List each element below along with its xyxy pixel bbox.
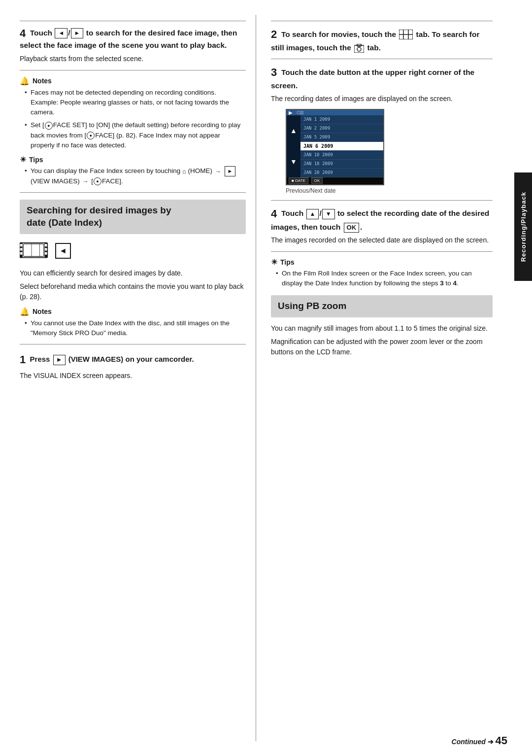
date-nav-left: ▲ ▼ [287,115,300,177]
footer-arrow: ➔ [488,738,496,746]
date-index-section-header: Searching for desired images bydate (Dat… [20,200,246,234]
press-step-desc: The VISUAL INDEX screen appears. [20,371,246,381]
tip-item-right-1: On the Film Roll Index screen or the Fac… [276,269,493,289]
tips-label-1: Tips [29,156,43,164]
notes-header-1: 🔔 Notes [20,76,246,86]
date-nav-up[interactable]: ▲ [290,127,297,135]
date-row-1[interactable]: JAN 1 2009 [300,115,383,124]
svg-point-18 [357,47,361,51]
step4-right-desc: The images recorded on the selected date… [271,235,493,245]
continued-label: Continued [452,738,486,746]
side-tab-label: Recording/Playback [520,192,527,262]
ok-box[interactable]: OK [344,223,360,233]
date-ok-btn[interactable]: OK [311,177,323,184]
date-screen-mockup: ▶ C▤ ▲ ▼ JAN 1 2009 JAN 2 2009 [286,109,384,185]
right-divider-4 [271,251,493,252]
tips-section-1: ☀ Tips You can display the Face Index sc… [20,155,246,186]
notes-icon-1: 🔔 [20,76,30,86]
step3-right: 3 Touch the date button at the upper rig… [271,65,493,194]
svg-rect-8 [45,252,47,254]
svg-rect-3 [20,243,23,246]
footer: Continued ➔ 45 [452,734,507,747]
right-divider-3 [271,200,493,201]
topbar-label: C▤ [297,110,304,115]
nav-down-btn[interactable]: ▼ [322,209,335,219]
notes-icon-2: 🔔 [20,307,30,316]
step4-face-title: 4 Touch ◄/► to search for the desired fa… [20,27,246,51]
step4-right-title: 4 Touch ▲/▼ to select the recording date… [271,206,493,233]
nav-right-btn[interactable]: ► [71,28,84,38]
step3-desc: The recording dates of images are displa… [271,94,493,104]
date-row-2[interactable]: JAN 2 2009 [300,124,383,133]
press-step-title: 1 Press ► (VIEW IMAGES) on your camcorde… [20,352,246,368]
still-tab-icon [354,44,364,53]
date-row-3[interactable]: JAN 5 2009 [300,133,383,142]
note-item-3: You cannot use the Date Index with the d… [25,318,246,339]
step2-title: 2 To search for movies, touch the tab. T… [271,27,493,53]
tips-icon-1: ☀ [20,155,26,164]
divider-3 [20,192,246,193]
step4-face-desc: Playback starts from the selected scene. [20,54,246,64]
date-index-desc2: Select beforehand media which contains t… [20,281,246,302]
pb-zoom-section: Using PB zoom You can magnify still imag… [271,295,493,357]
svg-rect-0 [20,242,47,257]
date-index-icons: ◄ [20,240,246,262]
tips-label-right: Tips [280,258,295,266]
play-icon: ► [225,166,236,176]
tips-header-1: ☀ Tips [20,155,246,164]
date-screen-bottom: ■ DATE OK [287,177,383,184]
pb-zoom-header: Using PB zoom [271,295,493,317]
face-set-icon: ● [45,122,53,130]
right-top-divider [271,21,493,21]
topbar-icon-1: ▶ [289,110,293,115]
pb-zoom-desc2: Magnification can be adjusted with the p… [271,337,493,357]
svg-rect-6 [45,243,47,246]
date-nav-down[interactable]: ▼ [290,158,297,166]
nav-left-btn[interactable]: ◄ [55,28,67,38]
tips-list-1: You can display the Face Index screen by… [20,166,246,186]
divider-2 [20,70,246,70]
arrow-right-1: → [215,167,221,176]
step4-right: 4 Touch ▲/▼ to select the recording date… [271,206,493,245]
notes-section-2: 🔔 Notes You cannot use the Date Index wi… [20,307,246,339]
notes-list-1: Faces may not be detected depending on r… [20,88,246,151]
pb-zoom-desc1: You can magnify still images from about … [271,323,493,334]
right-column: 2 To search for movies, touch the tab. T… [256,15,493,741]
prev-next-label: Previous/Next date [286,187,493,194]
tips-icon-right: ☀ [271,258,277,267]
view-images-btn[interactable]: ► [53,355,66,365]
film-roll-icon [20,240,49,262]
left-column: 4 Touch ◄/► to search for the desired fa… [20,15,256,741]
back-arrow-icon: ◄ [55,243,71,259]
page-number: 45 [496,734,507,747]
face-icon: ● [87,132,95,139]
date-row-7[interactable]: JAN 20 2009 [300,169,383,177]
date-row-6[interactable]: JAN 18 2009 [300,160,383,169]
right-divider-2 [271,59,493,59]
date-btn-1[interactable]: ■ DATE [289,177,308,184]
divider-4 [20,344,246,344]
tips-section-right: ☀ Tips On the Film Roll Index screen or … [271,258,493,289]
date-row-5[interactable]: JAN 10 2009 [300,151,383,160]
step3-title: 3 Touch the date button at the upper rig… [271,65,493,91]
notes-list-2: You cannot use the Date Index with the d… [20,318,246,339]
top-divider [20,21,246,21]
svg-rect-5 [20,252,23,254]
movie-tab-icon [399,30,413,39]
side-tab: Recording/Playback [514,172,532,281]
step4-face-block: 4 Touch ◄/► to search for the desired fa… [20,27,246,64]
home-icon: ⌂ [182,167,186,176]
nav-up-btn[interactable]: ▲ [306,209,319,219]
notes-label-2: Notes [33,308,52,315]
date-index-title: Searching for desired images bydate (Dat… [27,205,239,229]
svg-rect-4 [20,248,23,250]
dates-list: JAN 1 2009 JAN 2 2009 JAN 5 2009 JAN 6 2… [300,115,383,177]
date-row-4[interactable]: JAN 6 2009 [300,142,383,151]
main-content: 4 Touch ◄/► to search for the desired fa… [0,0,514,756]
tip-item-1: You can display the Face Index screen by… [25,166,246,186]
arrow-right-2: → [83,177,89,186]
notes-section-1: 🔔 Notes Faces may not be detected depend… [20,76,246,151]
tips-list-right: On the Film Roll Index screen or the Fac… [271,269,493,289]
svg-rect-9 [24,243,44,256]
notes-header-2: 🔔 Notes [20,307,246,316]
